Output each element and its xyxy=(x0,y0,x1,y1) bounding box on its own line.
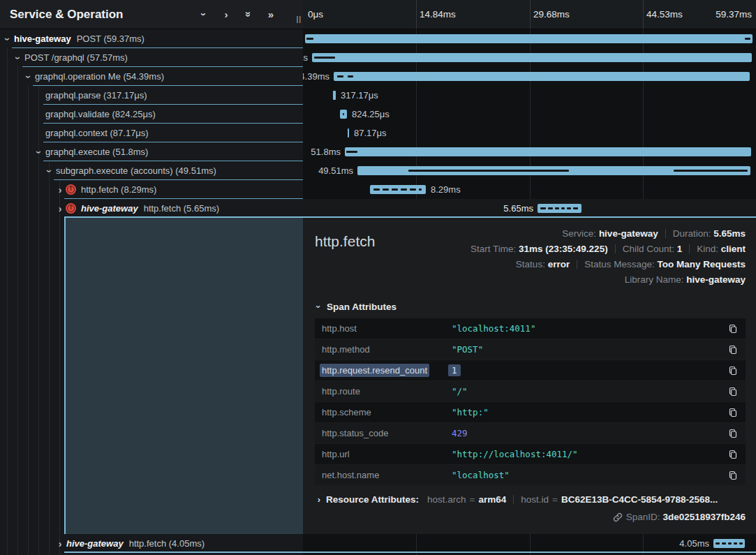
meta-value: hive-gateway xyxy=(686,274,746,285)
chevron-down-icon[interactable]: › xyxy=(34,147,44,157)
attribute-row[interactable]: http.method"POST" xyxy=(315,339,746,360)
span-bar[interactable] xyxy=(305,34,753,43)
span-attributes-table: http.host"localhost:4011"http.method"POS… xyxy=(315,318,746,485)
chevron-down-icon[interactable]: › xyxy=(198,9,210,20)
attribute-value: "POST" xyxy=(452,344,483,355)
span-bar[interactable] xyxy=(713,539,745,548)
copy-icon[interactable] xyxy=(727,449,739,460)
span-bar[interactable] xyxy=(334,72,750,81)
bar-segment xyxy=(401,188,407,191)
span-bar[interactable] xyxy=(348,128,349,138)
attribute-key: http.method xyxy=(322,344,452,355)
bar-segment xyxy=(739,542,743,545)
span-label: POST (59.37ms) xyxy=(77,34,144,44)
chevron-right-icon[interactable]: › xyxy=(55,185,65,195)
attribute-value: "http://localhost:4011/" xyxy=(452,449,578,459)
copy-icon[interactable] xyxy=(727,344,739,355)
span-id-label: SpanID: xyxy=(626,512,660,522)
time-tick: 14.84ms xyxy=(420,9,456,20)
meta-label: Start Time: xyxy=(470,244,519,254)
meta-label: Child Count: xyxy=(623,244,677,254)
span-tree-row[interactable]: ›subgraph.execute (accounts) (49.51ms) xyxy=(0,161,303,180)
attribute-value: "http:" xyxy=(452,407,489,417)
span-bar[interactable] xyxy=(538,204,581,213)
panel-resize-handle[interactable]: || xyxy=(296,15,302,23)
span-attributes-header[interactable]: › Span Attributes xyxy=(315,302,746,312)
attribute-key: http.request.resend_count xyxy=(322,365,452,376)
span-attributes-title: Span Attributes xyxy=(327,302,396,312)
chevron-down-icon[interactable]: › xyxy=(13,53,23,63)
span-bar[interactable] xyxy=(345,147,751,156)
bar-segment xyxy=(410,188,416,191)
attribute-row[interactable]: http.host"localhost:4011" xyxy=(315,318,746,339)
attribute-row[interactable]: http.status_code429 xyxy=(315,423,746,443)
copy-icon[interactable] xyxy=(727,365,739,376)
attribute-row[interactable]: http.scheme"http:" xyxy=(315,402,746,422)
attribute-row[interactable]: http.request.resend_count1 xyxy=(315,360,746,380)
panel-title: Service & Operation xyxy=(10,8,124,22)
span-bar[interactable] xyxy=(333,91,336,100)
chevron-down-icon[interactable]: › xyxy=(3,34,13,44)
copy-icon[interactable] xyxy=(727,407,739,418)
span-bar[interactable] xyxy=(340,110,347,119)
bar-segment xyxy=(348,75,353,77)
attribute-row[interactable]: http.route"/" xyxy=(315,381,746,401)
span-tree-row[interactable]: ›hive-gatewayPOST (59.37ms) xyxy=(0,29,303,48)
bar-segment xyxy=(337,75,343,77)
attribute-value-selected: 1 xyxy=(448,364,461,376)
span-bar[interactable] xyxy=(357,166,750,175)
divider xyxy=(665,229,666,238)
span-tree-row[interactable]: ›graphql.execute (51.8ms) xyxy=(0,142,303,161)
bar-segment xyxy=(540,207,546,209)
span-tree-row[interactable]: ›http.fetch (8.29ms) xyxy=(0,180,303,199)
copy-icon[interactable] xyxy=(727,386,739,397)
span-tree-row[interactable]: ›POST /graphql (57.57ms) xyxy=(0,48,303,67)
span-label: graphql.parse (317.17μs) xyxy=(45,90,147,101)
span-tree-row[interactable]: ›graphql.validate (824.25μs) xyxy=(0,105,303,124)
chevron-down-icon: › xyxy=(314,304,323,311)
copy-icon[interactable] xyxy=(727,323,739,334)
equals-sign: = xyxy=(552,494,558,505)
span-label: http.fetch (8.29ms) xyxy=(81,184,156,195)
span-bar[interactable] xyxy=(312,53,752,62)
meta-value: 5.65ms xyxy=(713,228,746,239)
span-tree-row[interactable]: ›hive-gatewayhttp.fetch (4.05ms) xyxy=(0,534,303,553)
chevron-right-icon[interactable]: › xyxy=(221,8,232,20)
bar-segment xyxy=(734,542,737,545)
meta-label: Kind: xyxy=(697,244,721,254)
meta-line: Status: errorStatus Message: Too Many Re… xyxy=(470,257,746,272)
attribute-key: http.url xyxy=(322,449,452,459)
copy-icon[interactable] xyxy=(727,470,739,481)
row-underline xyxy=(43,161,303,161)
service-name: hive-gateway xyxy=(81,203,138,214)
span-bar[interactable] xyxy=(370,185,426,194)
bar-duration-label: 824.25μs xyxy=(352,109,390,119)
resource-attributes-row[interactable]: › Resource Attributes: host.arch=arm64ho… xyxy=(315,494,746,505)
bar-segment xyxy=(728,542,732,545)
chevron-down-icon[interactable]: › xyxy=(45,166,54,176)
chevron-down-icon[interactable]: › xyxy=(24,72,34,82)
chevron-right-icon[interactable]: › xyxy=(55,204,65,214)
double-chevron-right-icon[interactable]: » xyxy=(265,8,276,20)
span-tree-row[interactable]: ›hive-gatewayhttp.fetch (5.65ms) xyxy=(0,199,303,218)
attribute-row[interactable]: net.host.name"localhost" xyxy=(315,465,746,485)
bar-segment xyxy=(745,38,750,40)
divider xyxy=(615,244,616,253)
time-tick: 29.68ms xyxy=(533,9,570,20)
bar-segment xyxy=(306,38,313,40)
double-chevron-down-icon[interactable]: » xyxy=(243,9,255,20)
span-tree-row[interactable]: ›graphql.operation Me (54.39ms) xyxy=(0,67,303,86)
copy-icon[interactable] xyxy=(727,428,739,439)
meta-value: 31ms (23:35:49.225) xyxy=(519,244,608,254)
span-tree-row[interactable]: ›graphql.context (87.17μs) xyxy=(0,124,303,142)
bar-segment xyxy=(561,207,565,209)
service-name: hive-gateway xyxy=(66,538,124,549)
span-label: graphql.validate (824.25μs) xyxy=(45,109,156,119)
bottom-row-underline xyxy=(64,552,756,553)
row-underline xyxy=(22,66,303,67)
span-tree-row[interactable]: ›graphql.parse (317.17μs) xyxy=(0,86,303,105)
chevron-right-icon[interactable]: › xyxy=(55,539,65,549)
bar-segment xyxy=(392,188,398,191)
bar-segment xyxy=(419,188,422,191)
attribute-row[interactable]: http.url"http://localhost:4011/" xyxy=(315,444,746,464)
